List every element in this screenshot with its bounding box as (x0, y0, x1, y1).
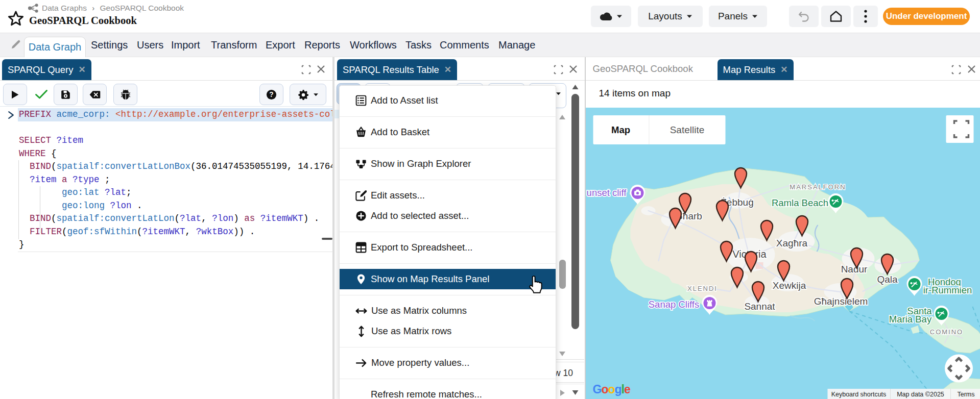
svg-text:Xagħra: Xagħra (776, 238, 807, 248)
svg-text:Map data ©2025: Map data ©2025 (897, 391, 944, 398)
svg-text:Map: Map (611, 124, 630, 135)
svg-text:unset cliff: unset cliff (586, 187, 627, 198)
svg-text:Terms: Terms (957, 391, 974, 398)
svg-text:Maria Bay: Maria Bay (889, 314, 931, 325)
svg-text:Xewkija: Xewkija (772, 280, 806, 291)
svg-text:Qala: Qala (877, 274, 898, 285)
svg-text:MARSALFORN: MARSALFORN (790, 183, 846, 191)
svg-text:Satellite: Satellite (670, 124, 704, 135)
svg-text:Għajnsielem: Għajnsielem (814, 296, 868, 307)
svg-text:Nadur: Nadur (841, 264, 867, 275)
svg-text:Google: Google (592, 383, 630, 396)
svg-text:Ramla Beach: Ramla Beach (771, 197, 828, 208)
svg-text:COMINO: COMINO (929, 328, 963, 336)
svg-text:Sanap Cliffs: Sanap Cliffs (648, 299, 699, 310)
svg-text:ir-Rummien: ir-Rummien (923, 285, 972, 295)
svg-text:Keyboard shortcuts: Keyboard shortcuts (831, 391, 886, 398)
svg-text:Sannat: Sannat (744, 301, 775, 312)
svg-text:XLENDI: XLENDI (687, 285, 718, 292)
svg-text:?: ? (269, 91, 273, 98)
